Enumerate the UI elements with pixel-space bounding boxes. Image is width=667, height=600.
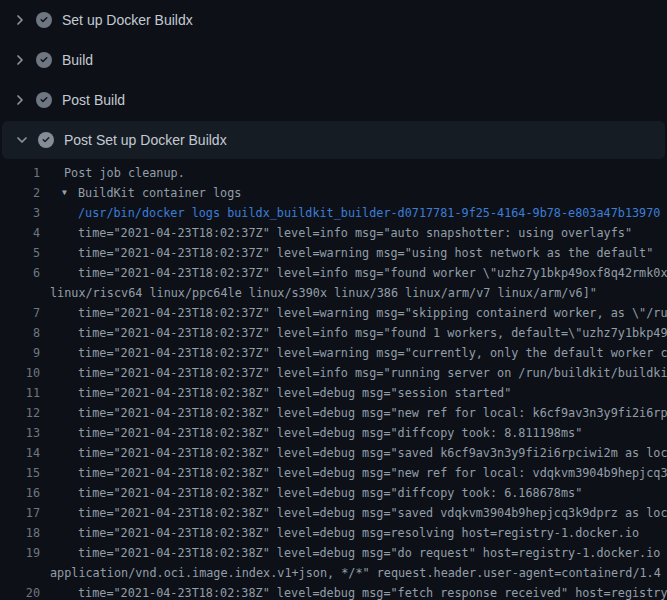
chevron-right-icon xyxy=(12,12,28,28)
step-row-set-up-docker-buildx[interactable]: Set up Docker Buildx xyxy=(0,0,667,40)
log-line[interactable]: 3 /usr/bin/docker logs buildx_buildkit_b… xyxy=(0,203,667,223)
log-line[interactable]: 1 Post job cleanup. xyxy=(0,163,667,183)
log-line-number[interactable]: 3 xyxy=(0,203,40,223)
workflow-job-log-panel: Set up Docker Buildx Build Post Build xyxy=(0,0,667,600)
log-line[interactable]: 7 time="2021-04-23T18:02:37Z" level=warn… xyxy=(0,303,667,323)
step-label: Set up Docker Buildx xyxy=(62,12,193,28)
log-line-text: time="2021-04-23T18:02:38Z" level=debug … xyxy=(78,583,667,600)
log-line-number[interactable]: 11 xyxy=(0,383,40,403)
log-line-text: time="2021-04-23T18:02:38Z" level=debug … xyxy=(78,383,511,403)
log-line[interactable]: 16 time="2021-04-23T18:02:38Z" level=deb… xyxy=(0,483,667,503)
log-line-text: linux/riscv64 linux/ppc64le linux/s390x … xyxy=(50,283,597,303)
log-line[interactable]: 4 time="2021-04-23T18:02:37Z" level=info… xyxy=(0,223,667,243)
check-circle-icon xyxy=(38,132,54,148)
log-line-text: time="2021-04-23T18:02:38Z" level=debug … xyxy=(78,443,667,463)
log-line-text: time="2021-04-23T18:02:38Z" level=debug … xyxy=(78,483,582,503)
log-line[interactable]: 17 time="2021-04-23T18:02:38Z" level=deb… xyxy=(0,503,667,523)
log-line-number[interactable]: 10 xyxy=(0,363,40,383)
step-row-post-build[interactable]: Post Build xyxy=(0,80,667,120)
step-list: Set up Docker Buildx Build Post Build xyxy=(0,0,667,159)
log-line-number[interactable]: 19 xyxy=(0,543,40,563)
log-line[interactable]: 15 time="2021-04-23T18:02:38Z" level=deb… xyxy=(0,463,667,483)
log-line[interactable]: 20 time="2021-04-23T18:02:38Z" level=deb… xyxy=(0,583,667,600)
log-line-text: time="2021-04-23T18:02:38Z" level=debug … xyxy=(78,403,667,423)
log-line-number[interactable]: 6 xyxy=(0,263,40,283)
log-rows: 1 Post job cleanup. 2 ▼ BuildKit contain… xyxy=(0,159,667,600)
log-line[interactable]: 14 time="2021-04-23T18:02:38Z" level=deb… xyxy=(0,443,667,463)
log-line[interactable]: 8 time="2021-04-23T18:02:37Z" level=info… xyxy=(0,323,667,343)
log-line-text: time="2021-04-23T18:02:38Z" level=debug … xyxy=(78,503,667,523)
log-line-number[interactable]: 12 xyxy=(0,403,40,423)
log-line-number[interactable]: 16 xyxy=(0,483,40,503)
log-line-text: time="2021-04-23T18:02:37Z" level=info m… xyxy=(78,323,667,343)
chevron-right-icon xyxy=(12,52,28,68)
log-line-number[interactable]: 5 xyxy=(0,243,40,263)
log-line[interactable]: 19 time="2021-04-23T18:02:38Z" level=deb… xyxy=(0,543,667,563)
log-line[interactable]: 2 ▼ BuildKit container logs xyxy=(0,183,667,203)
check-circle-icon xyxy=(36,92,52,108)
chevron-right-icon xyxy=(12,92,28,108)
log-line-text: time="2021-04-23T18:02:37Z" level=info m… xyxy=(78,263,667,283)
log-line-number[interactable] xyxy=(0,283,40,303)
log-line[interactable]: 10 time="2021-04-23T18:02:37Z" level=inf… xyxy=(0,363,667,383)
log-line[interactable]: 12 time="2021-04-23T18:02:38Z" level=deb… xyxy=(0,403,667,423)
log-line-number[interactable]: 4 xyxy=(0,223,40,243)
log-line[interactable]: 6 time="2021-04-23T18:02:37Z" level=info… xyxy=(0,263,667,283)
log-line-text: time="2021-04-23T18:02:38Z" level=debug … xyxy=(78,543,667,563)
log-line-text: time="2021-04-23T18:02:38Z" level=debug … xyxy=(78,523,639,543)
log-line-number[interactable] xyxy=(0,563,40,583)
log-line-number[interactable]: 1 xyxy=(0,163,40,183)
log-line-number[interactable]: 7 xyxy=(0,303,40,323)
log-line-text: time="2021-04-23T18:02:37Z" level=warnin… xyxy=(78,243,653,263)
log-line-text: time="2021-04-23T18:02:38Z" level=debug … xyxy=(78,423,582,443)
log-line-text: time="2021-04-23T18:02:37Z" level=warnin… xyxy=(78,303,667,323)
log-line-text: /usr/bin/docker logs buildx_buildkit_bui… xyxy=(78,203,660,223)
log-line-text: Post job cleanup. xyxy=(64,163,185,183)
log-line-text: BuildKit container logs xyxy=(78,183,241,203)
check-circle-icon xyxy=(36,52,52,68)
chevron-down-icon xyxy=(14,132,30,148)
log-line-text: time="2021-04-23T18:02:38Z" level=debug … xyxy=(78,463,667,483)
log-line[interactable]: linux/riscv64 linux/ppc64le linux/s390x … xyxy=(0,283,667,303)
step-label: Build xyxy=(62,52,93,68)
log-line-text: time="2021-04-23T18:02:37Z" level=info m… xyxy=(78,223,632,243)
log-line-number[interactable]: 14 xyxy=(0,443,40,463)
log-line[interactable]: 9 time="2021-04-23T18:02:37Z" level=warn… xyxy=(0,343,667,363)
log-line-number[interactable]: 9 xyxy=(0,343,40,363)
log-line-number[interactable]: 18 xyxy=(0,523,40,543)
log-line-text: time="2021-04-23T18:02:37Z" level=warnin… xyxy=(78,343,667,363)
step-label: Post Set up Docker Buildx xyxy=(64,132,227,148)
log-line-number[interactable]: 8 xyxy=(0,323,40,343)
step-label: Post Build xyxy=(62,92,125,108)
step-row-post-set-up-docker-buildx[interactable]: Post Set up Docker Buildx xyxy=(2,121,665,159)
step-row-build[interactable]: Build xyxy=(0,40,667,80)
log-line-number[interactable]: 2 xyxy=(0,183,40,203)
log-line-number[interactable]: 13 xyxy=(0,423,40,443)
check-circle-icon xyxy=(36,12,52,28)
log-line[interactable]: 18 time="2021-04-23T18:02:38Z" level=deb… xyxy=(0,523,667,543)
log-group-caret-icon[interactable]: ▼ xyxy=(62,183,78,203)
log-line[interactable]: application/vnd.oci.image.index.v1+json,… xyxy=(0,563,667,583)
log-line[interactable]: 11 time="2021-04-23T18:02:38Z" level=deb… xyxy=(0,383,667,403)
log-line-text: application/vnd.oci.image.index.v1+json,… xyxy=(50,563,661,583)
log-line-number[interactable]: 20 xyxy=(0,583,40,600)
log-line-text: time="2021-04-23T18:02:37Z" level=info m… xyxy=(78,363,667,383)
log-line-number[interactable]: 15 xyxy=(0,463,40,483)
log-line[interactable]: 5 time="2021-04-23T18:02:37Z" level=warn… xyxy=(0,243,667,263)
log-line-number[interactable]: 17 xyxy=(0,503,40,523)
log-line[interactable]: 13 time="2021-04-23T18:02:38Z" level=deb… xyxy=(0,423,667,443)
